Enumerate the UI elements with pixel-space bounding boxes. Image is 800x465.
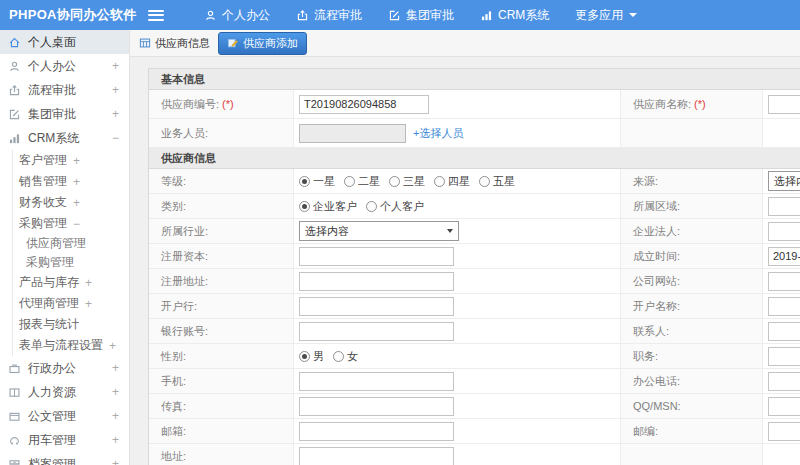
id-card-icon [8,386,28,399]
form-label-cell: 银行账号: [149,319,294,344]
radio-option[interactable]: 企业客户 [299,199,357,214]
text-input[interactable] [768,322,800,341]
radio-button[interactable] [366,201,377,212]
sidebar-item-19[interactable]: 用车管理+ [0,428,129,452]
radio-button[interactable] [299,176,310,187]
text-input[interactable] [768,247,800,266]
sidebar-item-17[interactable]: 人力资源+ [0,380,129,404]
radio-option[interactable]: 个人客户 [366,199,424,214]
select-dropdown[interactable]: 选择内容 [299,221,459,241]
radio-button[interactable] [299,201,310,212]
sidebar-item-15[interactable]: 表单与流程设置+ [13,335,129,356]
field-label: 银行账号: [161,324,208,339]
radio-button[interactable] [479,176,490,187]
tab-supplier-add[interactable]: 供应商添加 [218,32,307,55]
sidebar-item-11[interactable]: 采购管理 [13,253,129,272]
expand-toggle-icon[interactable]: + [112,361,119,375]
sidebar-item-5[interactable]: CRM系统− [0,126,129,150]
radio-button[interactable] [434,176,445,187]
sidebar-item-14[interactable]: 报表与统计 [13,314,129,335]
sidebar-item-16[interactable]: 行政办公+ [0,356,129,380]
top-menu-item-5[interactable]: 更多应用 [575,7,637,24]
sidebar-item-1[interactable]: 个人桌面 [0,30,129,54]
top-menu-item-1[interactable]: 个人办公 [204,7,270,24]
expand-toggle-icon[interactable]: − [112,131,119,145]
radio-option[interactable]: 男 [299,349,324,364]
radio-option[interactable]: 一星 [299,174,335,189]
text-input[interactable] [768,297,800,316]
tab-supplier-info[interactable]: 供应商信息 [134,33,215,54]
sidebar-item-7[interactable]: 销售管理+ [13,171,129,192]
text-input[interactable] [299,247,454,266]
select-person-link[interactable]: +选择人员 [413,126,463,141]
sidebar-item-3[interactable]: 流程审批+ [0,78,129,102]
sidebar-item-13[interactable]: 代理商管理+ [13,293,129,314]
sidebar-item-4[interactable]: 集团审批+ [0,102,129,126]
text-input[interactable] [299,297,454,316]
expand-toggle-icon[interactable]: + [112,107,119,121]
form-field-cell [763,369,800,394]
form-label-cell: 性别: [149,344,294,369]
form-field-cell [294,369,621,394]
radio-option[interactable]: 女 [333,349,358,364]
text-input[interactable] [768,372,800,391]
sidebar-item-18[interactable]: 公文管理+ [0,404,129,428]
expand-toggle-icon[interactable]: + [112,409,119,423]
radio-button[interactable] [344,176,355,187]
radio-button[interactable] [299,351,310,362]
text-input[interactable] [299,397,454,416]
sidebar-item-12[interactable]: 产品与库存+ [13,272,129,293]
field-label: 开户行: [161,299,197,314]
text-input[interactable] [768,222,800,241]
sidebar-item-6[interactable]: 客户管理+ [13,150,129,171]
form-field-cell [763,119,800,148]
text-input[interactable] [768,197,800,216]
top-menu-item-2[interactable]: 流程审批 [296,7,362,24]
text-input[interactable] [299,372,454,391]
text-input[interactable] [299,447,454,465]
select-dropdown[interactable]: 选择内容 [768,171,800,191]
sidebar-item-8[interactable]: 财务收支+ [13,192,129,213]
radio-button[interactable] [333,351,344,362]
text-input[interactable] [299,422,454,441]
expand-toggle-icon[interactable]: + [112,83,119,97]
sidebar-item-label: 客户管理 [19,152,67,169]
expand-toggle-icon[interactable]: + [73,154,80,168]
radio-option[interactable]: 四星 [434,174,470,189]
chevron-down-icon [447,229,453,233]
text-input[interactable] [768,95,800,114]
tab-strip: 供应商信息供应商添加 [130,30,800,57]
expand-toggle-icon[interactable]: + [73,175,80,189]
expand-toggle-icon[interactable]: + [112,457,119,465]
sidebar-item-2[interactable]: 个人办公+ [0,54,129,78]
expand-toggle-icon[interactable]: + [112,385,119,399]
sidebar-item-10[interactable]: 供应商管理 [13,234,129,253]
radio-option[interactable]: 五星 [479,174,515,189]
radio-option[interactable]: 三星 [389,174,425,189]
text-input[interactable] [768,272,800,291]
text-input[interactable] [768,397,800,416]
text-input[interactable] [299,95,429,114]
top-menu-item-4[interactable]: CRM系统 [480,7,549,24]
text-input[interactable] [299,124,406,143]
expand-toggle-icon[interactable]: − [73,217,80,231]
sidebar-item-9[interactable]: 采购管理− [13,213,129,234]
sidebar-item-20[interactable]: 档案管理+ [0,452,129,465]
expand-toggle-icon[interactable]: + [112,59,119,73]
radio-button[interactable] [389,176,400,187]
text-input[interactable] [768,422,800,441]
expand-toggle-icon[interactable]: + [85,297,92,311]
text-input[interactable] [299,322,454,341]
expand-toggle-icon[interactable]: + [85,276,92,290]
expand-toggle-icon[interactable]: + [109,339,116,353]
text-input[interactable] [768,347,800,366]
hamburger-menu-icon[interactable] [148,10,164,21]
radio-option[interactable]: 二星 [344,174,380,189]
field-label: 邮箱: [161,424,186,439]
form-row: 性别:男女职务: [149,344,800,369]
expand-toggle-icon[interactable]: + [73,196,80,210]
sidebar-item-label: 产品与库存 [19,274,79,291]
expand-toggle-icon[interactable]: + [112,433,119,447]
text-input[interactable] [299,272,454,291]
top-menu-item-3[interactable]: 集团审批 [388,7,454,24]
